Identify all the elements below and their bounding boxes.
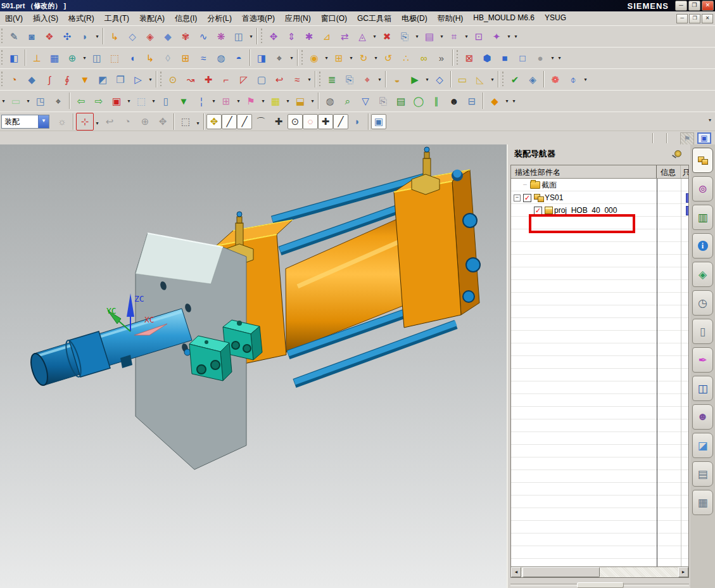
- component-group-icon[interactable]: ∴: [397, 49, 415, 67]
- clip-section-icon[interactable]: ▼: [175, 93, 193, 110]
- search-part-icon[interactable]: ⌕: [339, 93, 357, 110]
- existing-point-icon[interactable]: ◌: [303, 114, 318, 129]
- ruler-measure-icon[interactable]: ▭: [453, 71, 471, 89]
- quick-trim-icon[interactable]: ◔: [5, 71, 23, 89]
- gallery-tab[interactable]: ◪: [692, 433, 713, 458]
- flag-markers-icon[interactable]: ⚑: [242, 93, 260, 110]
- shaded-icon[interactable]: ■: [496, 49, 514, 67]
- mesh-surface-icon[interactable]: ◈: [141, 28, 159, 46]
- sketch-pencil-icon[interactable]: ✎: [5, 28, 23, 46]
- shape-ball-icon[interactable]: ❋: [212, 28, 230, 46]
- snap-filter-icon[interactable]: ⊹: [76, 113, 94, 131]
- forward-view-icon[interactable]: ⇨: [90, 93, 108, 110]
- maximize-view-icon[interactable]: ▣: [697, 132, 711, 144]
- flange-icon[interactable]: ≈: [194, 49, 212, 67]
- dropdown-caret-icon[interactable]: ▾: [438, 28, 445, 44]
- dropdown-caret-icon[interactable]: ▾: [503, 93, 510, 109]
- mesh-sheet-icon[interactable]: ❖: [41, 28, 58, 46]
- dropdown-caret-icon[interactable]: ▾: [210, 93, 217, 109]
- pattern-component-icon[interactable]: ✱: [300, 28, 318, 46]
- exploded-view-icon[interactable]: ⌗: [445, 28, 463, 46]
- information-tab[interactable]: i: [692, 233, 713, 259]
- toolbar-drag-handle[interactable]: [502, 71, 505, 87]
- constraint-navigator-tab[interactable]: ⊚: [692, 176, 713, 201]
- table-window-tab[interactable]: ▦: [692, 490, 713, 515]
- key-point-icon[interactable]: ⊙: [164, 71, 182, 89]
- back-view-icon[interactable]: ⇦: [72, 93, 90, 110]
- grid-icon[interactable]: ▦: [267, 93, 284, 110]
- dropdown-caret-icon[interactable]: ▾: [260, 93, 267, 109]
- column-info[interactable]: 信息: [657, 165, 681, 178]
- layout-settings-icon[interactable]: ⊞: [217, 93, 235, 110]
- menu-item-7[interactable]: 首选项(P): [237, 12, 280, 25]
- lasso-surface-icon[interactable]: ◙: [23, 28, 41, 46]
- info-window-icon[interactable]: ⎘: [341, 71, 358, 89]
- graphics-viewport[interactable]: ZC YC XC: [0, 144, 507, 588]
- dropdown-caret-icon[interactable]: ▾: [414, 28, 421, 44]
- target-ghost-icon[interactable]: ⊕: [136, 113, 154, 131]
- menu-item-13[interactable]: HB_MOULD M6.6: [468, 12, 540, 25]
- info-mark-proj[interactable]: [686, 206, 688, 215]
- slab-icon[interactable]: ◊: [159, 49, 177, 67]
- bridge-curve-icon[interactable]: ↝: [182, 71, 199, 89]
- static-wireframe-icon[interactable]: ●: [531, 49, 549, 67]
- menu-item-9[interactable]: 窗口(O): [316, 12, 352, 25]
- arc-point-icon[interactable]: ⌒: [252, 113, 270, 131]
- swept-surface-icon[interactable]: ◆: [159, 28, 177, 46]
- sketch-icon[interactable]: ⊕: [63, 49, 81, 67]
- web-browser-tab[interactable]: ◈: [692, 262, 713, 287]
- flip-book-icon[interactable]: ◫: [230, 28, 248, 46]
- xyz-dim-icon[interactable]: ⌖: [270, 49, 288, 67]
- swoosh-surface-icon[interactable]: ✣: [58, 28, 76, 46]
- rectangle-select-icon[interactable]: ⬚: [177, 113, 194, 131]
- dropdown-caret-icon[interactable]: ▾: [0, 93, 7, 109]
- wireframe-icon[interactable]: □: [514, 49, 531, 67]
- pocket-icon[interactable]: ⊞: [177, 49, 194, 67]
- tree-row-ys01[interactable]: − ✓ YS01: [511, 191, 688, 204]
- cyl-extend-icon[interactable]: ▷: [129, 71, 147, 89]
- tube-icon[interactable]: ◍: [212, 49, 230, 67]
- tree-row-sections[interactable]: ┄ 截面: [511, 179, 688, 191]
- rear-brass-fitting[interactable]: [412, 147, 440, 195]
- circle-tool-icon[interactable]: ◯: [410, 93, 427, 110]
- dropdown-caret-icon[interactable]: ▾: [25, 93, 32, 109]
- shaded-with-edges-icon[interactable]: ⬢: [478, 49, 496, 67]
- orient-view-cube-icon[interactable]: ◳: [32, 93, 49, 110]
- move-component-icon[interactable]: ✥: [265, 28, 282, 46]
- offset-curve-icon[interactable]: ↩: [270, 71, 288, 89]
- angle-measure-icon[interactable]: ◺: [471, 71, 489, 89]
- erase-ghost-icon[interactable]: ◔: [118, 113, 136, 131]
- scroll-right-icon[interactable]: ►: [678, 567, 688, 577]
- dropdown-caret-icon[interactable]: ▾: [505, 28, 512, 44]
- menu-item-5[interactable]: 信息(I): [170, 12, 202, 25]
- chamfer-curve-icon[interactable]: ◸: [235, 71, 253, 89]
- selection-scope-combo[interactable]: 装配 ▼: [1, 115, 49, 129]
- sweep-boot-icon[interactable]: ↳: [141, 49, 159, 67]
- toolbar-drag-handle[interactable]: [1, 49, 4, 66]
- toolbar-drag-handle[interactable]: [1, 28, 4, 44]
- toolbar-drag-handle[interactable]: [1, 71, 4, 87]
- intersection-point-icon[interactable]: ✚: [199, 71, 217, 89]
- gear-pair-icon[interactable]: ☼: [53, 113, 71, 131]
- mid-point-icon[interactable]: ╱: [237, 114, 252, 129]
- scrollbar-track[interactable]: [521, 567, 678, 577]
- undo-ghost-icon[interactable]: ↩: [101, 113, 118, 131]
- history-tab[interactable]: ◷: [692, 290, 713, 316]
- minimize-button[interactable]: ─: [675, 1, 687, 11]
- checkbox-checked[interactable]: ✓: [534, 207, 542, 215]
- column-descriptive-part-name[interactable]: 描述性部件名: [511, 165, 657, 178]
- restore-button[interactable]: ❐: [688, 1, 700, 11]
- project-curve-icon[interactable]: ≈: [288, 71, 306, 89]
- dropdown-caret-icon[interactable]: ▾: [372, 49, 379, 66]
- tree-row-proj-hob[interactable]: ✓ proj_HOB_40_000: [511, 204, 688, 217]
- new-view-plane-icon[interactable]: ▭: [7, 93, 25, 110]
- panel-splitter[interactable]: [510, 582, 689, 588]
- dropdown-caret-icon[interactable]: ▾: [371, 28, 378, 44]
- zoom-box-icon[interactable]: ⬚: [132, 93, 150, 110]
- child-close-button[interactable]: ✕: [702, 14, 713, 23]
- dropdown-caret-icon[interactable]: ▾: [306, 71, 313, 87]
- find-component-icon[interactable]: ◉: [305, 49, 323, 67]
- datum-csys-icon[interactable]: ▦: [46, 49, 63, 67]
- menu-item-8[interactable]: 应用(N): [280, 12, 316, 25]
- combo-dropdown-icon[interactable]: ▼: [38, 115, 49, 128]
